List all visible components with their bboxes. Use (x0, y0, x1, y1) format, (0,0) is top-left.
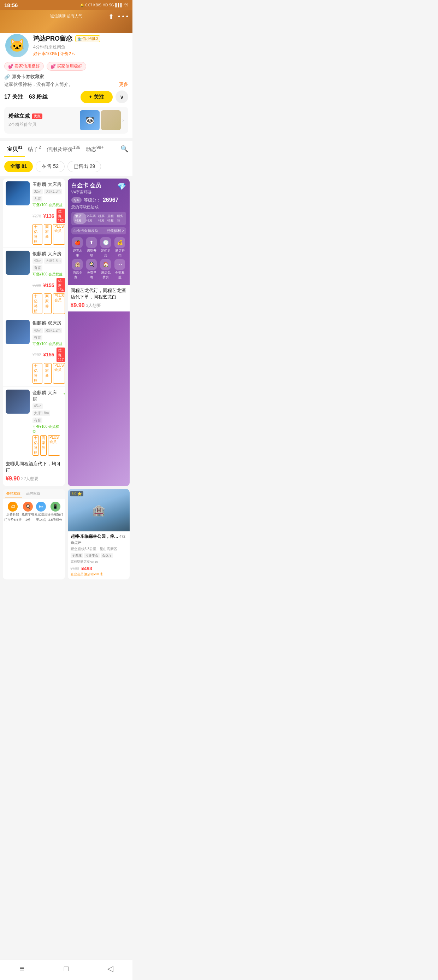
tabs-bar: 宝贝81 帖子2 信用及评价136 动态99+ 🔍 (0, 141, 132, 158)
avatar[interactable]: 🐱 (4, 33, 30, 58)
tab-baobei[interactable]: 宝贝81 (4, 141, 25, 157)
fan-promo-section[interactable]: 粉丝立减 优惠 2个粉丝价宝贝 🐼 › (4, 107, 128, 134)
profile-rating-row: 好评率100% | 评价27 › (33, 51, 128, 57)
bio-category: 🔗 票务卡券收藏家 (4, 73, 128, 80)
shop-icon: 🏪 (77, 37, 82, 41)
hotel-discount-info: 企业会员 酒店钻¥50 ① (71, 572, 127, 577)
stars-value: 5.0 (72, 492, 77, 496)
promo-tag-3-0: 十亿补贴 (32, 363, 42, 383)
benefit-tab-1[interactable]: 火车票特权 (86, 214, 98, 223)
benefit-card-left[interactable]: 叠箱权益 品牌权益 🏷 房费折扣 门市价8.5折 🍳 免费早餐 2份 🛏 延迟退… (3, 489, 65, 579)
speed-text: 0.07 KB/S (86, 3, 102, 7)
level-desc: 您的等级已达成 (71, 204, 127, 210)
benefit-item-3: 📱 移动端预订 2.5倍积分 (47, 502, 63, 522)
hotel-item-4[interactable]: 金麒麟·大床房 45㎡ 大床1.8m 有窗 可叠¥100 会员权益 十亿补贴 商… (3, 387, 65, 458)
promo-thumb-1: 🐼 (80, 110, 100, 130)
tab-dynamic-label: 动态 (86, 146, 97, 152)
hotel-sale-1: ¥136 (43, 213, 54, 219)
hotel-tag-1-2: 无窗 (32, 196, 42, 202)
hd-icon: HD (103, 3, 108, 7)
profile-name-row: 鸿达PRO留恋 🏪 佰小铺L3 (33, 34, 128, 43)
more-dropdown-button[interactable]: ∨ (116, 91, 128, 103)
tab-rating-label: 信用及评价 (47, 146, 73, 152)
tab-rating[interactable]: 信用及评价136 (44, 141, 83, 157)
filter-all[interactable]: 全部 81 (4, 161, 33, 172)
rating-chevron: › (73, 52, 75, 57)
filter-sold[interactable]: 已售出 29 (67, 161, 101, 172)
benefit-item-sub-0: 门市价8.5折 (4, 517, 22, 522)
hotel-item-3[interactable]: 银麒麟·双床房 40㎡ 双床1.2m 有窗 可叠¥100 会员权益 ¥292 ¥… (3, 317, 65, 387)
claimed-text[interactable]: 已领福利 > (107, 228, 124, 233)
benefit-bar-tab-1[interactable]: 品牌权益 (25, 490, 42, 498)
hotel-tags-2: 40㎡ 大床1.8m 有窗 (32, 258, 65, 271)
benefit-tab-2[interactable]: 机票特权 (98, 214, 108, 223)
hotel-badge-4: 可叠¥100 会员权益 (32, 424, 60, 434)
hotel-img-right: 5.0 ⭐ 🏨 (68, 489, 130, 531)
benefit-icon-7: ⋯ 全部权益 (113, 259, 126, 280)
tab-rating-count: 136 (73, 145, 80, 150)
hotel-thumb-4 (6, 390, 30, 414)
benefits-icons-row: 🏷 房费折扣 门市价8.5折 🍳 免费早餐 2份 🛏 延迟退房 至14点 📱 移… (3, 499, 65, 525)
bio-description: 这家伙很神秘，没有写个人简介。 更多 (4, 81, 128, 88)
hotel-promo-2: 十亿补贴 商家券 PLUS会员 (32, 293, 65, 314)
following-label: 关注 (12, 94, 23, 100)
benefit-label-1: 房型升级 (85, 248, 98, 258)
promo-arrow-icon: › (122, 118, 124, 123)
hotel-tag-3-1: 双床1.2m (44, 328, 62, 333)
follow-actions: + 关注 ∨ (81, 91, 128, 103)
membership-card[interactable]: 白金卡 会员 V4宇宙环游 💎 V4 等级分： 26967 您的等级已达成 酒店… (68, 178, 130, 486)
hotel-thumb-1 (6, 181, 30, 205)
hotel-tag-3-2: 有窗 (32, 335, 42, 340)
network-5g: 5G (109, 3, 114, 7)
benefit-tab-0[interactable]: 酒店特权 (73, 213, 87, 224)
tab-baobei-label: 宝贝 (7, 146, 17, 152)
benefit-icon-1: ⬆ 房型升级 (85, 237, 98, 258)
hotel-item-2[interactable]: 银麒麟·大床房 40㎡ 大床1.8m 有窗 可叠¥100 会员权益 ¥309 ¥… (3, 248, 65, 317)
benefit-tab-4[interactable]: 服务特 (117, 214, 124, 223)
shop-badge[interactable]: 🏪 佰小铺L3 (75, 35, 100, 42)
follow-button[interactable]: + 关注 (81, 91, 113, 103)
benefit-icon-2: 🕐 延迟退房 (99, 237, 112, 258)
fans-stat[interactable]: 63 粉丝 (29, 93, 48, 101)
membership-header: 白金卡 会员 V4宇宙环游 💎 (71, 182, 127, 195)
hotel-thumb-3 (6, 320, 30, 344)
tab-baobei-count: 81 (17, 145, 22, 150)
hotel-item-1[interactable]: 玉麒麟·大床房 32㎡ 大床1.8m 无窗 可叠¥100 会员权益 ¥278 ¥… (3, 178, 65, 248)
level-badge: V4 (71, 197, 82, 203)
hotel-right-body: 超棒·东临森林公园，仰… 472条点评 距您直线6.3公里 | 昆山高新区 子关… (68, 531, 130, 579)
promo-tag-2-1: 商家券 (44, 293, 52, 314)
heart-icon-2: 💕 (51, 64, 56, 69)
following-stat[interactable]: 17 关注 (4, 93, 23, 101)
benefit-bar-tab-0[interactable]: 叠箱权益 (5, 490, 22, 498)
hotel-name-text: 超棒·东临森林公园，仰… (71, 534, 118, 539)
filter-on-sale[interactable]: 在售 52 (36, 161, 64, 172)
search-button[interactable]: 🔍 (121, 145, 128, 153)
tab-dynamic[interactable]: 动态99+ (83, 141, 106, 157)
hotel-orig-3: ¥292 (32, 353, 41, 357)
hotel-card-right[interactable]: 5.0 ⭐ 🏨 超棒·东临森林公园，仰… 472条点评 距您直线6.3公里 | … (68, 489, 130, 579)
tab-posts[interactable]: 帖子2 (25, 141, 44, 157)
more-button[interactable]: 更多 (119, 81, 128, 88)
membership-level-row: V4 等级分： 26967 (71, 197, 127, 203)
hotel-orig-2: ¥309 (32, 283, 41, 288)
membership-logo: 💎 (117, 182, 126, 191)
benefit-circle-1: 🍳 (23, 502, 33, 512)
left-card-price-row: ¥9.90 22人想要 (6, 476, 62, 482)
benefit-icon-4: 🏨 酒店免费… (71, 259, 84, 280)
rating-link[interactable]: 好评率100% | 评价27 › (33, 51, 75, 57)
share-button[interactable]: ⬆ (108, 13, 114, 21)
hotel-badge-2: 可叠¥100 会员权益 (32, 272, 65, 277)
last-seen: 4分钟前来过闲鱼 (33, 44, 65, 50)
hotel-tags-3: 40㎡ 双床1.2m 有窗 (32, 328, 65, 340)
more-menu-button[interactable]: • • • (118, 13, 128, 21)
benefit-tab-3[interactable]: 里程特权 (107, 214, 117, 223)
benefit-label-5: 免费早餐 (85, 270, 98, 280)
benefit-item-1: 🍳 免费早餐 2份 (22, 502, 34, 522)
hotel-list-card[interactable]: 玉麒麟·大床房 32㎡ 大床1.8m 无窗 可叠¥100 会员权益 ¥278 ¥… (3, 178, 65, 486)
hotel-orig-1: ¥278 (32, 214, 41, 218)
hotel-building-icon: 🏨 (92, 504, 105, 517)
membership-subtitle: V4宇宙环游 (71, 189, 101, 195)
promo-tag-1-2: PLUS会员 (53, 224, 65, 245)
hotel-discount-1: 优惠182 (57, 208, 65, 223)
bio-text: 票务卡券收藏家 (12, 73, 44, 80)
